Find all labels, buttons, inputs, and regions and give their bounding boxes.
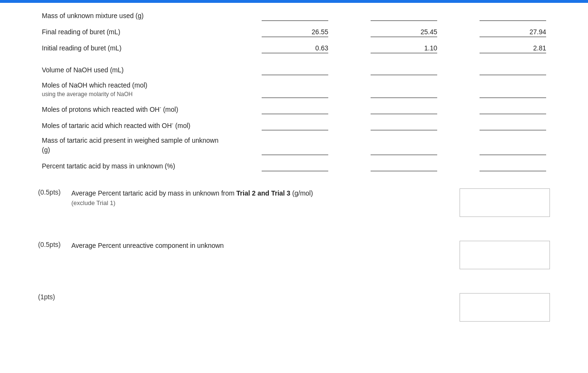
points-label: (0.5pts) [38, 241, 71, 248]
points-section: (0.5pts)Average Percent tartaric acid by… [38, 184, 550, 345]
row-label-volume-naoh: Volume of NaOH used (mL) [38, 62, 223, 78]
points-row-avg-percent-tartaric: (0.5pts)Average Percent tartaric acid by… [38, 184, 550, 222]
row-label-percent-tartaric: Percent tartatic acid by mass in unknown… [38, 158, 223, 174]
points-description: Average Percent unreactive component in … [71, 241, 450, 251]
row-label-final-buret: Final reading of buret (mL) [38, 24, 223, 40]
table-row: Moles of tartaric acid which reacted wit… [38, 117, 550, 133]
points-label: (1pts) [38, 293, 71, 301]
points-description: Average Percent tartaric acid by mass in… [71, 188, 450, 208]
table-row: Moles of NaOH which reacted (mol)using t… [38, 78, 550, 101]
points-row-avg-percent-unreactive: (0.5pts)Average Percent unreactive compo… [38, 236, 550, 274]
table-row: Mass of unknown mixture used (g) [38, 8, 550, 24]
table-row: Moles of protons which reacted with OH- … [38, 101, 550, 117]
points-label: (0.5pts) [38, 188, 71, 196]
row-label-moles-tartaric: Moles of tartaric acid which reacted wit… [38, 117, 223, 133]
row-label-moles-naoh: Moles of NaOH which reacted (mol)using t… [38, 78, 223, 101]
table-row: Final reading of buret (mL)26.5525.4527.… [38, 24, 550, 40]
table-row: Mass of tartaric acid present in weighed… [38, 133, 550, 157]
row-label-mass-unknown: Mass of unknown mixture used (g) [38, 8, 223, 24]
row-label-mass-tartaric: Mass of tartaric acid present in weighed… [38, 133, 223, 157]
row-label-moles-protons: Moles of protons which reacted with OH- … [38, 101, 223, 117]
data-table: Mass of unknown mixture used (g)Final re… [38, 8, 550, 174]
row-label-initial-buret: Initial reading of buret (mL) [38, 40, 223, 56]
table-row: Volume of NaOH used (mL) [38, 62, 550, 78]
answer-box-avg-percent-tartaric[interactable] [460, 188, 550, 217]
table-row: Percent tartatic acid by mass in unknown… [38, 158, 550, 174]
points-row-one-pt: (1pts) [38, 288, 550, 326]
answer-box-one-pt[interactable] [460, 293, 550, 322]
table-row: Initial reading of buret (mL)0.631.102.8… [38, 40, 550, 56]
answer-box-avg-percent-unreactive[interactable] [460, 241, 550, 269]
